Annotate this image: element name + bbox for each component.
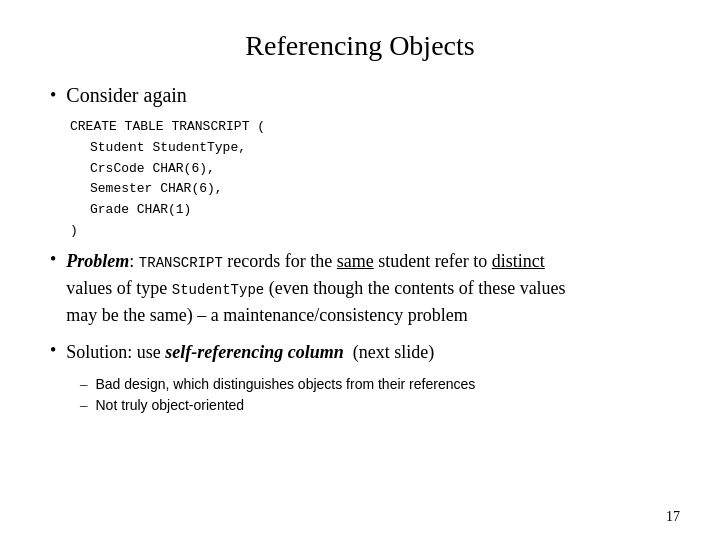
sub-bullet-text-2: Not truly object-oriented — [96, 397, 245, 413]
problem-text: Problem: TRANSCRIPT records for the same… — [66, 248, 565, 329]
bullet-icon-2: • — [50, 249, 56, 270]
code-line-1: CREATE TABLE TRANSCRIPT ( — [70, 117, 670, 138]
code-line-5: Grade CHAR(1) — [90, 200, 670, 221]
code-line-3: CrsCode CHAR(6), — [90, 159, 670, 180]
sub-bullet-1: – Bad design, which distinguishes object… — [80, 376, 670, 393]
code-line-6: ) — [70, 221, 670, 242]
bullet-icon-1: • — [50, 85, 56, 106]
bullet-icon-3: • — [50, 340, 56, 361]
problem-label: Problem — [66, 251, 129, 271]
dash-icon-2: – — [80, 397, 88, 414]
student-type-code: StudentType — [172, 282, 264, 298]
bullet-1: • Consider again — [50, 84, 670, 107]
code-line-4: Semester CHAR(6), — [90, 179, 670, 200]
slide-title: Referencing Objects — [50, 30, 670, 62]
code-block: CREATE TABLE TRANSCRIPT ( Student Studen… — [70, 117, 670, 242]
consider-label: Consider again — [66, 84, 187, 107]
dash-icon-1: – — [80, 376, 88, 393]
bullet-2: • Problem: TRANSCRIPT records for the sa… — [50, 248, 670, 329]
code-line-2: Student StudentType, — [90, 138, 670, 159]
slide: Referencing Objects • Consider again CRE… — [0, 0, 720, 540]
sub-bullet-2: – Not truly object-oriented — [80, 397, 670, 414]
sub-bullet-text-1: Bad design, which distinguishes objects … — [96, 376, 476, 392]
same-underline: same — [337, 251, 374, 271]
bullet-3: • Solution: use self-referencing column … — [50, 339, 670, 366]
page-number: 17 — [666, 509, 680, 525]
self-referencing-italic: self-referencing column — [165, 342, 343, 362]
solution-text: Solution: use self-referencing column (n… — [66, 339, 434, 366]
transcript-code: TRANSCRIPT — [139, 255, 223, 271]
distinct-underline: distinct — [492, 251, 545, 271]
